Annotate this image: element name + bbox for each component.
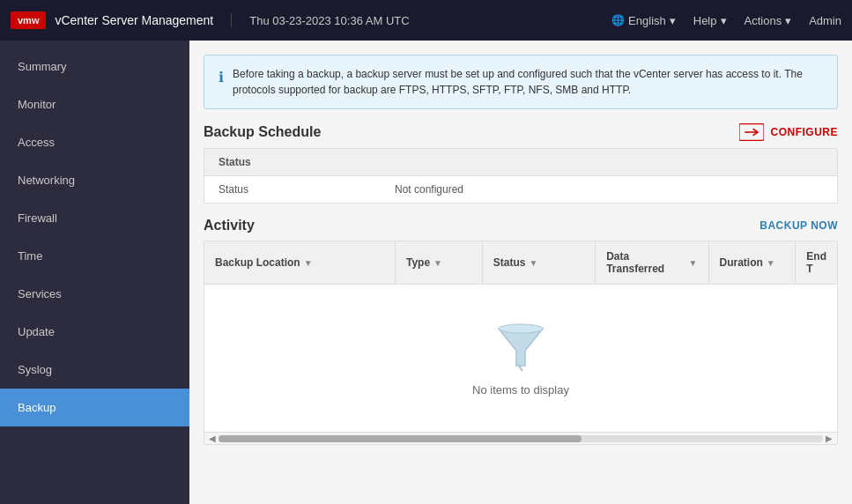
main-content: ℹ Before taking a backup, a backup serve… — [189, 41, 852, 504]
empty-state-text: No items to display — [472, 383, 569, 397]
sidebar-item-monitor[interactable]: Monitor — [0, 85, 189, 123]
sidebar-item-services[interactable]: Services — [0, 275, 189, 313]
info-icon: ℹ — [219, 67, 224, 98]
filter-icon-type: ▼ — [433, 258, 442, 268]
sidebar-item-update[interactable]: Update — [0, 313, 189, 351]
svg-point-3 — [499, 324, 543, 333]
actions-menu[interactable]: Actions ▾ — [745, 14, 792, 27]
activity-header: Activity BACKUP NOW — [204, 218, 838, 233]
header: vmw vCenter Server Management Thu 03-23-… — [0, 0, 852, 41]
status-table-header: Status — [204, 149, 837, 176]
status-row-label: Status — [219, 183, 395, 196]
info-box: ℹ Before taking a backup, a backup serve… — [204, 55, 838, 109]
activity-table-header: Backup Location ▼ Type ▼ Status ▼ Data T… — [204, 241, 837, 285]
status-row-value: Not configured — [395, 183, 823, 196]
configure-button[interactable]: CONFIGURE — [739, 123, 839, 141]
configure-label: CONFIGURE — [771, 126, 839, 138]
status-table: Status Status Not configured — [204, 148, 838, 204]
language-selector[interactable]: 🌐 English ▾ — [611, 14, 676, 27]
info-text: Before taking a backup, a backup server … — [233, 66, 823, 98]
backup-schedule-title: Backup Schedule — [204, 124, 321, 140]
layout: Summary Monitor Access Networking Firewa… — [0, 41, 852, 504]
datetime: Thu 03-23-2023 10:36 AM UTC — [249, 14, 611, 27]
col-header-status[interactable]: Status ▼ — [483, 241, 596, 284]
col-header-type[interactable]: Type ▼ — [396, 241, 483, 284]
activity-title: Activity — [204, 218, 255, 233]
col-header-end-time[interactable]: End T — [796, 241, 837, 284]
sidebar-item-summary[interactable]: Summary — [0, 48, 189, 85]
filter-icon-data-transferred: ▼ — [689, 258, 698, 268]
filter-icon-duration: ▼ — [767, 258, 775, 268]
sidebar-item-backup[interactable]: Backup — [0, 389, 189, 426]
funnel-icon — [494, 320, 547, 373]
sidebar-item-firewall[interactable]: Firewall — [0, 199, 189, 237]
status-table-row: Status Not configured — [204, 176, 837, 203]
svg-line-4 — [519, 366, 522, 371]
app-title: vCenter Server Management — [55, 13, 232, 27]
status-col-label: Status — [219, 156, 395, 168]
scrollbar-track[interactable] — [219, 435, 823, 442]
col-header-duration[interactable]: Duration ▼ — [709, 241, 796, 284]
scroll-left-arrow[interactable]: ◀ — [206, 434, 219, 443]
help-menu[interactable]: Help ▾ — [693, 14, 727, 27]
scrollbar-thumb[interactable] — [219, 435, 582, 442]
scroll-right-arrow[interactable]: ▶ — [823, 434, 835, 443]
admin-label: Admin — [809, 14, 841, 27]
sidebar-item-networking[interactable]: Networking — [0, 161, 189, 199]
empty-state: No items to display — [204, 285, 837, 432]
filter-icon-status: ▼ — [529, 258, 537, 268]
vmw-logo: vmw — [11, 11, 46, 29]
col-header-data-transferred[interactable]: Data Transferred ▼ — [596, 241, 708, 284]
arrow-right-icon — [739, 123, 764, 141]
sidebar-item-access[interactable]: Access — [0, 123, 189, 161]
backup-schedule-header: Backup Schedule CONFIGURE — [204, 123, 838, 141]
filter-icon-backup-location: ▼ — [304, 258, 313, 268]
sidebar: Summary Monitor Access Networking Firewa… — [0, 41, 189, 504]
col-header-backup-location[interactable]: Backup Location ▼ — [204, 241, 396, 284]
svg-marker-2 — [499, 329, 543, 366]
sidebar-item-time[interactable]: Time — [0, 237, 189, 275]
sidebar-item-syslog[interactable]: Syslog — [0, 351, 189, 389]
backup-now-button[interactable]: BACKUP NOW — [759, 219, 838, 232]
activity-table: Backup Location ▼ Type ▼ Status ▼ Data T… — [204, 241, 838, 445]
header-actions: 🌐 English ▾ Help ▾ Actions ▾ Admin — [611, 14, 841, 27]
horizontal-scrollbar[interactable]: ◀ ▶ — [204, 432, 837, 444]
